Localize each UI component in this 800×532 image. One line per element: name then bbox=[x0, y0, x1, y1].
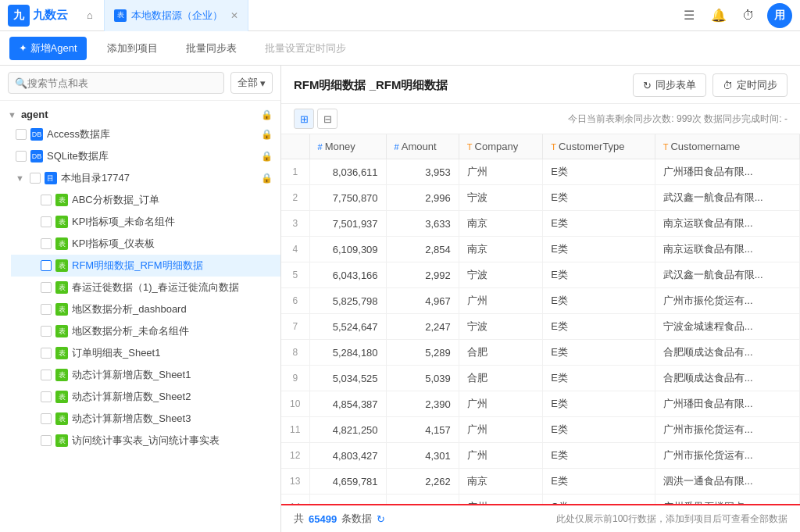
table-icon-dynamic3: 表 bbox=[55, 412, 68, 425]
sidebar-item-order[interactable]: 表 订单明细表_Sheet1 bbox=[11, 342, 280, 364]
cell-type: E类 bbox=[543, 340, 655, 366]
table-view-button[interactable]: ⊞ bbox=[294, 109, 314, 129]
cell-row-num: 4 bbox=[281, 237, 309, 262]
tree-root-agent[interactable]: ▼ agent 🔒 bbox=[0, 105, 280, 123]
cell-row-num: 9 bbox=[281, 366, 309, 391]
item-label-dynamic2: 动态计算新增店数_Sheet2 bbox=[72, 390, 191, 404]
sidebar-item-dynamic3[interactable]: 表 动态计算新增店数_Sheet3 bbox=[11, 408, 280, 430]
search-input-wrapper: 🔍 bbox=[8, 72, 224, 94]
cell-amount: 3,953 bbox=[386, 159, 459, 185]
checkbox-dynamic3[interactable] bbox=[41, 413, 52, 424]
batch-schedule-button[interactable]: 批量设置定时同步 bbox=[257, 37, 354, 60]
sidebar-item-kpi2[interactable]: 表 KPI指标项_仪表板 bbox=[11, 233, 280, 255]
table-icon-region1: 表 bbox=[55, 303, 68, 316]
cell-row-num: 11 bbox=[281, 417, 309, 443]
cell-customer: 南京运联食品有限... bbox=[655, 237, 799, 262]
checkbox-abc[interactable] bbox=[41, 195, 52, 205]
col-header-amount: #Amount bbox=[386, 134, 459, 159]
checkbox-sqlite[interactable] bbox=[16, 151, 27, 162]
cell-row-num: 10 bbox=[281, 391, 309, 417]
data-table: #Money #Amount TCompany TCustomerType TC… bbox=[281, 134, 800, 504]
cell-company: 广州 bbox=[459, 391, 542, 417]
checkbox-visit[interactable] bbox=[41, 435, 52, 446]
checkbox-dynamic2[interactable] bbox=[41, 391, 52, 402]
cell-customer: 南京运联食品有限... bbox=[655, 211, 799, 237]
table-icon-order: 表 bbox=[55, 347, 68, 359]
sidebar-item-dynamic1[interactable]: 表 动态计算新增店数_Sheet1 bbox=[11, 364, 280, 386]
sidebar: 🔍 全部 ▾ ▼ agent 🔒 DB Access数据库 🔒 bbox=[0, 66, 281, 532]
table-row: 2 7,750,870 2,996 宁波 E类 武汉鑫一航食品有限... bbox=[281, 185, 800, 211]
sidebar-item-kpi1[interactable]: 表 KPI指标项_未命名组件 bbox=[11, 211, 280, 233]
cell-amount: 2,854 bbox=[386, 237, 459, 262]
clock-icon[interactable]: ⏱ bbox=[738, 5, 759, 27]
tab-local-datasource[interactable]: 表 本地数据源（企业） ✕ bbox=[104, 0, 248, 31]
ds-icon-local: 目 bbox=[45, 172, 57, 184]
cell-company: 南京 bbox=[459, 211, 542, 237]
checkbox-rfm[interactable] bbox=[41, 260, 52, 271]
sidebar-tree: ▼ agent 🔒 DB Access数据库 🔒 DB SQLite数据库 🔒 … bbox=[0, 101, 280, 532]
checkbox-kpi2[interactable] bbox=[41, 238, 52, 249]
cell-customer: 武汉鑫一航食品有限... bbox=[655, 185, 799, 211]
table-icon-kpi1: 表 bbox=[55, 216, 68, 228]
cell-row-num: 13 bbox=[281, 469, 309, 495]
checkbox-dynamic1[interactable] bbox=[41, 370, 52, 380]
checkbox-access[interactable] bbox=[16, 129, 27, 140]
notification-icon[interactable]: 🔔 bbox=[708, 5, 730, 27]
expand-icon-local: ▼ bbox=[16, 173, 24, 183]
table-row: 7 5,524,647 2,247 宁波 E类 宁波金城速程食品... bbox=[281, 314, 800, 340]
checkbox-region1[interactable] bbox=[41, 304, 52, 315]
cell-money: 8,036,611 bbox=[309, 159, 386, 185]
menu-icon[interactable]: ☰ bbox=[678, 5, 700, 27]
tab-close-button[interactable]: ✕ bbox=[230, 10, 238, 21]
new-agent-button[interactable]: ✦ 新增Agent bbox=[9, 37, 87, 60]
tree-root-arrow: ▼ bbox=[8, 110, 16, 120]
cell-customer: 泗洪一通食品有限... bbox=[655, 469, 799, 495]
cell-type: E类 bbox=[543, 262, 655, 288]
cell-amount: 5,289 bbox=[386, 340, 459, 366]
footer-refresh-icon[interactable]: ↻ bbox=[377, 513, 385, 525]
sidebar-item-region2[interactable]: 表 地区数据分析_未命名组件 bbox=[11, 320, 280, 342]
sync-table-button[interactable]: ↻ 同步表单 bbox=[633, 73, 706, 97]
checkbox-order[interactable] bbox=[41, 348, 52, 359]
checkbox-region2[interactable] bbox=[41, 326, 52, 337]
checkbox-local17747[interactable] bbox=[30, 173, 41, 184]
top-right-actions: ☰ 🔔 ⏱ 用 bbox=[678, 3, 792, 28]
checkbox-kpi1[interactable] bbox=[41, 216, 52, 227]
cell-amount: 2,992 bbox=[386, 262, 459, 288]
col-header-company: TCompany bbox=[459, 134, 542, 159]
cell-customer: 广州璠田食品有限... bbox=[655, 391, 799, 417]
cell-customer: 合肥顺成达食品有... bbox=[655, 340, 799, 366]
batch-sync-button[interactable]: 批量同步表 bbox=[178, 37, 245, 60]
table-row: 3 7,501,937 3,633 南京 E类 南京运联食品有限... bbox=[281, 211, 800, 237]
cell-type: E类 bbox=[543, 237, 655, 262]
sidebar-item-sqlite[interactable]: DB SQLite数据库 🔒 bbox=[0, 145, 280, 167]
sidebar-item-visit[interactable]: 表 访问统计事实表_访问统计事实表 bbox=[11, 430, 280, 452]
schedule-sync-button[interactable]: ⏱ 定时同步 bbox=[712, 73, 788, 97]
cell-company: 广州 bbox=[459, 443, 542, 469]
home-button[interactable]: ⌂ bbox=[79, 5, 101, 27]
sidebar-item-rfm[interactable]: 表 RFM明细数据_RFM明细数据 bbox=[11, 255, 280, 277]
cell-type: E类 bbox=[543, 469, 655, 495]
checkbox-spring[interactable] bbox=[41, 282, 52, 293]
sidebar-item-region1[interactable]: 表 地区数据分析_dashboard bbox=[11, 298, 280, 320]
user-avatar[interactable]: 用 bbox=[767, 3, 792, 28]
all-filter-button[interactable]: 全部 ▾ bbox=[230, 72, 273, 94]
cell-money: 4,526,441 bbox=[309, 495, 386, 505]
search-input[interactable] bbox=[27, 77, 217, 89]
sidebar-item-spring[interactable]: 表 春运迁徙数据（1)_春运迁徙流向数据 bbox=[11, 277, 280, 298]
cell-money: 7,750,870 bbox=[309, 185, 386, 211]
sidebar-item-abc[interactable]: 表 ABC分析数据_订单 bbox=[11, 189, 280, 211]
grid-view-button[interactable]: ⊟ bbox=[317, 109, 338, 129]
sidebar-item-local17747[interactable]: ▼ 目 本地目录17747 🔒 bbox=[0, 167, 280, 189]
sidebar-item-dynamic2[interactable]: 表 动态计算新增店数_Sheet2 bbox=[11, 386, 280, 408]
add-to-project-button[interactable]: 添加到项目 bbox=[99, 37, 166, 60]
sidebar-item-access[interactable]: DB Access数据库 🔒 bbox=[0, 123, 280, 145]
cell-row-num: 8 bbox=[281, 340, 309, 366]
cell-money: 4,803,427 bbox=[309, 443, 386, 469]
table-row: 6 5,825,798 4,967 广州 E类 广州市振伦货运有... bbox=[281, 288, 800, 314]
cell-money: 5,284,180 bbox=[309, 340, 386, 366]
table-footer: 共 65499 条数据 ↻ 此处仅展示前100行数据，添加到项目后可查看全部数据 bbox=[281, 504, 800, 532]
table-icon-visit: 表 bbox=[55, 434, 68, 447]
item-label-region2: 地区数据分析_未命名组件 bbox=[72, 324, 189, 338]
table-row: 9 5,034,525 5,039 合肥 E类 合肥顺成达食品有... bbox=[281, 366, 800, 391]
